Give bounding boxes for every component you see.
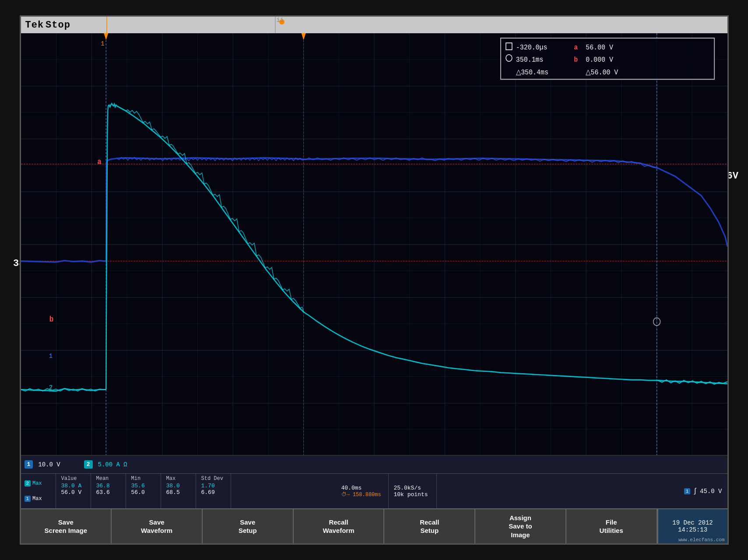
scope-grid: 1 a b 1 2 bbox=[21, 33, 727, 455]
sample-section: 25.0kS/s 10k points bbox=[389, 474, 437, 508]
svg-text:b: b bbox=[49, 315, 53, 324]
svg-text:350.1ms: 350.1ms bbox=[516, 56, 543, 64]
meas-labels-col: 2 Max 1 Max bbox=[21, 474, 56, 508]
watermark: www.elecfans.com bbox=[678, 537, 725, 542]
date-value: 19 Dec 2012 bbox=[672, 519, 713, 526]
meas-col-value: Value 38.0 A 56.0 V bbox=[56, 474, 91, 508]
scope-header: Tek Stop ii bbox=[21, 17, 727, 33]
sample-points: 10k points bbox=[394, 491, 431, 498]
svg-text:0.000 V: 0.000 V bbox=[586, 56, 613, 64]
outer-container: 38A 56V Tek Stop ii bbox=[0, 0, 748, 560]
meas-ch2-row-label: 2 Max bbox=[25, 480, 52, 486]
save-setup-button[interactable]: Save Setup bbox=[203, 509, 294, 543]
ch2-value: 5.00 A Ω bbox=[98, 461, 127, 468]
scope-frame: Tek Stop ii bbox=[20, 15, 729, 545]
svg-text:a: a bbox=[97, 158, 102, 166]
recall-setup-button[interactable]: Recall Setup bbox=[384, 509, 475, 543]
scope-display: 1 a b 1 2 bbox=[21, 33, 727, 455]
brand-label: Tek bbox=[25, 20, 44, 31]
svg-text:-320.0µs: -320.0µs bbox=[516, 43, 547, 52]
sample-rate: 25.0kS/s bbox=[394, 485, 431, 491]
svg-text:△350.4ms: △350.4ms bbox=[516, 69, 548, 77]
svg-text:a: a bbox=[574, 43, 578, 52]
meas-col-mean: Mean 36.8 63.6 bbox=[91, 474, 126, 508]
buttons-bar: Save Screen Image Save Waveform Save Set… bbox=[21, 508, 727, 543]
trigger-symbol: ∫ bbox=[693, 487, 697, 495]
status-label: Stop bbox=[46, 20, 70, 31]
measurement-table: 2 Max 1 Max Value 38.0 A 56.0 V Mean bbox=[21, 473, 727, 508]
ch1-value: 10.0 V bbox=[38, 461, 60, 468]
trigger-ch-badge: 1 bbox=[684, 488, 691, 494]
recall-waveform-button[interactable]: Recall Waveform bbox=[294, 509, 385, 543]
timebase-value: 40.0ms bbox=[341, 485, 383, 491]
svg-text:56.00 V: 56.00 V bbox=[586, 43, 613, 52]
trigger-section: 1 ∫ 45.0 V bbox=[437, 474, 727, 508]
cursor-time: ⏱→ 158.880ms bbox=[341, 491, 383, 498]
file-utilities-button[interactable]: File Utilities bbox=[566, 509, 657, 543]
svg-text:△56.00 V: △56.00 V bbox=[586, 69, 618, 77]
meas-col-min: Min 35.6 56.0 bbox=[126, 474, 161, 508]
scope-status-bar: 1 10.0 V 2 5.00 A Ω bbox=[21, 455, 727, 473]
svg-text:1: 1 bbox=[49, 353, 53, 360]
save-waveform-button[interactable]: Save Waveform bbox=[112, 509, 203, 543]
svg-text:b: b bbox=[574, 56, 578, 64]
meas-data-cols: Value 38.0 A 56.0 V Mean 36.8 63.6 Min 3… bbox=[56, 474, 336, 508]
trigger-level: 45.0 V bbox=[700, 488, 722, 495]
meas-ch1-row-label: 1 Max bbox=[25, 496, 52, 502]
ch2-badge: 2 bbox=[84, 460, 93, 469]
meas-col-max: Max 38.0 68.5 bbox=[161, 474, 196, 508]
ch1-badge: 1 bbox=[25, 460, 33, 469]
meas-col-stddev: Std Dev 1.70 6.69 bbox=[196, 474, 231, 508]
timebase-section: 40.0ms ⏱→ 158.880ms bbox=[336, 474, 389, 508]
assign-save-to-image-button[interactable]: Assign Save to Image bbox=[475, 509, 566, 543]
save-screen-image-button[interactable]: Save Screen Image bbox=[21, 509, 112, 543]
time-value: 14:25:13 bbox=[678, 526, 707, 533]
svg-text:1: 1 bbox=[101, 40, 105, 47]
